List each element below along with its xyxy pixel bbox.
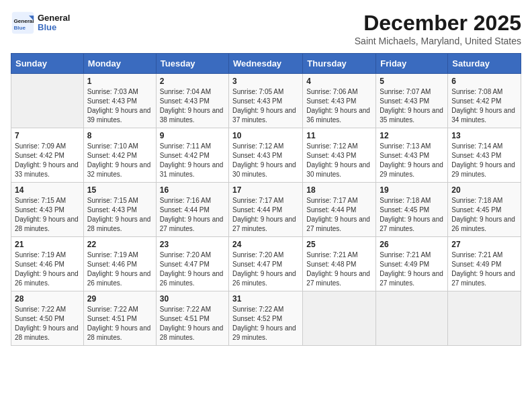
day-info: Sunrise: 7:07 AM Sunset: 4:43 PM Dayligh…: [380, 87, 444, 125]
calendar-cell: 28 Sunrise: 7:22 AM Sunset: 4:50 PM Dayl…: [11, 291, 84, 346]
day-info: Sunrise: 7:18 AM Sunset: 4:45 PM Dayligh…: [451, 196, 517, 234]
col-thursday: Thursday: [303, 54, 376, 74]
calendar-cell: 18 Sunrise: 7:17 AM Sunset: 4:44 PM Dayl…: [303, 183, 376, 237]
day-number: 31: [232, 294, 299, 304]
day-number: 1: [87, 77, 152, 86]
calendar-cell: 22 Sunrise: 7:19 AM Sunset: 4:46 PM Dayl…: [83, 237, 156, 291]
day-number: 10: [232, 131, 299, 140]
day-number: 18: [306, 185, 372, 195]
day-info: Sunrise: 7:19 AM Sunset: 4:46 PM Dayligh…: [87, 250, 152, 288]
day-info: Sunrise: 7:05 AM Sunset: 4:43 PM Dayligh…: [232, 87, 299, 125]
day-number: 24: [232, 240, 299, 249]
day-info: Sunrise: 7:12 AM Sunset: 4:43 PM Dayligh…: [306, 142, 372, 179]
calendar-week-2: 14 Sunrise: 7:15 AM Sunset: 4:43 PM Dayl…: [11, 183, 521, 237]
calendar-cell: 16 Sunrise: 7:16 AM Sunset: 4:44 PM Dayl…: [156, 183, 228, 237]
calendar-cell: 15 Sunrise: 7:15 AM Sunset: 4:43 PM Dayl…: [83, 183, 156, 237]
day-info: Sunrise: 7:20 AM Sunset: 4:47 PM Dayligh…: [160, 250, 225, 288]
calendar-cell: 25 Sunrise: 7:21 AM Sunset: 4:48 PM Dayl…: [303, 237, 376, 291]
location-title: Saint Michaels, Maryland, United States: [355, 36, 521, 46]
day-info: Sunrise: 7:18 AM Sunset: 4:45 PM Dayligh…: [380, 196, 444, 234]
day-info: Sunrise: 7:14 AM Sunset: 4:43 PM Dayligh…: [451, 142, 517, 179]
day-info: Sunrise: 7:21 AM Sunset: 4:49 PM Dayligh…: [451, 250, 517, 288]
day-number: 14: [15, 185, 80, 195]
calendar-cell: 13 Sunrise: 7:14 AM Sunset: 4:43 PM Dayl…: [448, 128, 521, 183]
calendar-week-1: 7 Sunrise: 7:09 AM Sunset: 4:42 PM Dayli…: [11, 128, 521, 183]
calendar-cell: 11 Sunrise: 7:12 AM Sunset: 4:43 PM Dayl…: [303, 128, 376, 183]
day-number: 19: [380, 185, 444, 195]
day-number: 26: [380, 240, 444, 249]
day-info: Sunrise: 7:17 AM Sunset: 4:44 PM Dayligh…: [306, 196, 372, 234]
logo-blue: Blue: [38, 22, 56, 32]
calendar-cell: 9 Sunrise: 7:11 AM Sunset: 4:42 PM Dayli…: [156, 128, 228, 183]
calendar-cell: [11, 74, 84, 128]
day-info: Sunrise: 7:20 AM Sunset: 4:47 PM Dayligh…: [232, 250, 299, 288]
calendar-cell: [376, 291, 448, 346]
calendar-cell: 8 Sunrise: 7:10 AM Sunset: 4:42 PM Dayli…: [83, 128, 156, 183]
calendar-cell: 27 Sunrise: 7:21 AM Sunset: 4:49 PM Dayl…: [448, 237, 521, 291]
logo-general: General: [38, 13, 70, 23]
day-info: Sunrise: 7:21 AM Sunset: 4:49 PM Dayligh…: [380, 250, 444, 288]
calendar-cell: 14 Sunrise: 7:15 AM Sunset: 4:43 PM Dayl…: [11, 183, 84, 237]
col-monday: Monday: [83, 54, 156, 74]
calendar-cell: 31 Sunrise: 7:22 AM Sunset: 4:52 PM Dayl…: [229, 291, 303, 346]
calendar-week-0: 1 Sunrise: 7:03 AM Sunset: 4:43 PM Dayli…: [11, 74, 521, 128]
calendar-cell: 29 Sunrise: 7:22 AM Sunset: 4:51 PM Dayl…: [83, 291, 156, 346]
day-info: Sunrise: 7:22 AM Sunset: 4:52 PM Dayligh…: [232, 305, 299, 342]
calendar-cell: 1 Sunrise: 7:03 AM Sunset: 4:43 PM Dayli…: [83, 74, 156, 128]
day-number: 28: [15, 294, 80, 304]
day-info: Sunrise: 7:09 AM Sunset: 4:42 PM Dayligh…: [15, 142, 80, 179]
day-number: 2: [160, 77, 225, 86]
calendar-cell: 3 Sunrise: 7:05 AM Sunset: 4:43 PM Dayli…: [229, 74, 303, 128]
day-number: 6: [451, 77, 517, 86]
day-number: 25: [306, 240, 372, 249]
day-info: Sunrise: 7:15 AM Sunset: 4:43 PM Dayligh…: [15, 196, 80, 234]
calendar-cell: 4 Sunrise: 7:06 AM Sunset: 4:43 PM Dayli…: [303, 74, 376, 128]
calendar-cell: 6 Sunrise: 7:08 AM Sunset: 4:42 PM Dayli…: [448, 74, 521, 128]
day-number: 16: [160, 185, 225, 195]
day-number: 17: [232, 185, 299, 195]
day-number: 12: [380, 131, 444, 140]
calendar-cell: 20 Sunrise: 7:18 AM Sunset: 4:45 PM Dayl…: [448, 183, 521, 237]
col-sunday: Sunday: [11, 54, 84, 74]
day-number: 9: [160, 131, 225, 140]
col-tuesday: Tuesday: [156, 54, 228, 74]
day-info: Sunrise: 7:11 AM Sunset: 4:42 PM Dayligh…: [160, 142, 225, 179]
calendar-cell: 23 Sunrise: 7:20 AM Sunset: 4:47 PM Dayl…: [156, 237, 228, 291]
day-info: Sunrise: 7:13 AM Sunset: 4:43 PM Dayligh…: [380, 142, 444, 179]
col-wednesday: Wednesday: [229, 54, 303, 74]
day-number: 23: [160, 240, 225, 249]
calendar-week-3: 21 Sunrise: 7:19 AM Sunset: 4:46 PM Dayl…: [11, 237, 521, 291]
svg-text:General: General: [14, 18, 34, 24]
header: General Blue General Blue December 2025 …: [11, 11, 521, 46]
day-info: Sunrise: 7:17 AM Sunset: 4:44 PM Dayligh…: [232, 196, 299, 234]
calendar-cell: [448, 291, 521, 346]
day-number: 20: [451, 185, 517, 195]
title-section: December 2025 Saint Michaels, Maryland, …: [355, 11, 521, 46]
calendar-cell: 24 Sunrise: 7:20 AM Sunset: 4:47 PM Dayl…: [229, 237, 303, 291]
day-number: 8: [87, 131, 152, 140]
calendar-cell: 7 Sunrise: 7:09 AM Sunset: 4:42 PM Dayli…: [11, 128, 84, 183]
day-info: Sunrise: 7:21 AM Sunset: 4:48 PM Dayligh…: [306, 250, 372, 288]
day-number: 15: [87, 185, 152, 195]
col-friday: Friday: [376, 54, 448, 74]
day-number: 13: [451, 131, 517, 140]
calendar-cell: 19 Sunrise: 7:18 AM Sunset: 4:45 PM Dayl…: [376, 183, 448, 237]
day-info: Sunrise: 7:15 AM Sunset: 4:43 PM Dayligh…: [87, 196, 152, 234]
svg-text:Blue: Blue: [14, 25, 26, 31]
day-info: Sunrise: 7:08 AM Sunset: 4:42 PM Dayligh…: [451, 87, 517, 125]
day-info: Sunrise: 7:16 AM Sunset: 4:44 PM Dayligh…: [160, 196, 225, 234]
day-number: 30: [160, 294, 225, 304]
calendar-cell: 17 Sunrise: 7:17 AM Sunset: 4:44 PM Dayl…: [229, 183, 303, 237]
day-info: Sunrise: 7:22 AM Sunset: 4:51 PM Dayligh…: [87, 305, 152, 342]
day-number: 3: [232, 77, 299, 86]
day-number: 11: [306, 131, 372, 140]
day-info: Sunrise: 7:10 AM Sunset: 4:42 PM Dayligh…: [87, 142, 152, 179]
day-info: Sunrise: 7:22 AM Sunset: 4:50 PM Dayligh…: [15, 305, 80, 342]
day-number: 7: [15, 131, 80, 140]
day-info: Sunrise: 7:12 AM Sunset: 4:43 PM Dayligh…: [232, 142, 299, 179]
calendar-cell: 26 Sunrise: 7:21 AM Sunset: 4:49 PM Dayl…: [376, 237, 448, 291]
page-container: General Blue General Blue December 2025 …: [11, 11, 521, 346]
day-info: Sunrise: 7:06 AM Sunset: 4:43 PM Dayligh…: [306, 87, 372, 125]
day-info: Sunrise: 7:22 AM Sunset: 4:51 PM Dayligh…: [160, 305, 225, 342]
calendar-cell: 12 Sunrise: 7:13 AM Sunset: 4:43 PM Dayl…: [376, 128, 448, 183]
